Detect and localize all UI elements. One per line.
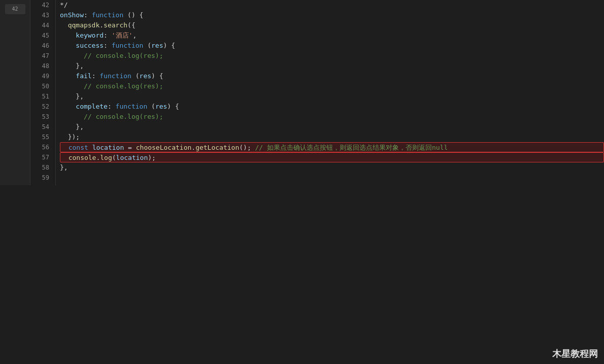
code-line-53: // console.log(res);	[60, 112, 604, 122]
code-line-45: keyword: '酒店',	[60, 30, 604, 41]
watermark: 木星教程网	[552, 348, 598, 360]
code-line-55: });	[60, 132, 604, 142]
line-num-top: 42	[5, 4, 25, 14]
code-line-49: fail: function (res) {	[60, 71, 604, 81]
code-line-42: */	[60, 0, 604, 10]
main-content: 42 43 44 45 46 47 48 49 50 51 52 53 54 5…	[30, 0, 604, 185]
code-line-44: qqmapsdk.search({	[60, 20, 604, 30]
code-line-54: },	[60, 122, 604, 132]
code-line-47: // console.log(res);	[60, 51, 604, 61]
code-line-52: complete: function (res) {	[60, 102, 604, 112]
code-line-50: // console.log(res);	[60, 81, 604, 91]
code-content: */ onShow: function () { qqmapsdk.search…	[56, 0, 604, 185]
code-line-46: success: function (res) {	[60, 41, 604, 51]
code-line-57: console.log(location);	[60, 152, 604, 162]
code-line-48: },	[60, 61, 604, 71]
code-line-43: onShow: function () {	[60, 10, 604, 20]
code-line-58: },	[60, 162, 604, 173]
line-numbers: 42 43 44 45 46 47 48 49 50 51 52 53 54 5…	[30, 0, 56, 185]
code-line-60: /**	[60, 183, 604, 185]
code-line-59	[60, 173, 604, 183]
editor-row: 42 42 43 44 45 46 47 48 49 50 51 52 53 5…	[0, 0, 604, 185]
editor-area: 42 43 44 45 46 47 48 49 50 51 52 53 54 5…	[30, 0, 604, 185]
code-line-56: const location = chooseLocation.getLocat…	[60, 142, 604, 152]
code-line-51: },	[60, 91, 604, 102]
left-sidebar: 42	[0, 0, 30, 185]
